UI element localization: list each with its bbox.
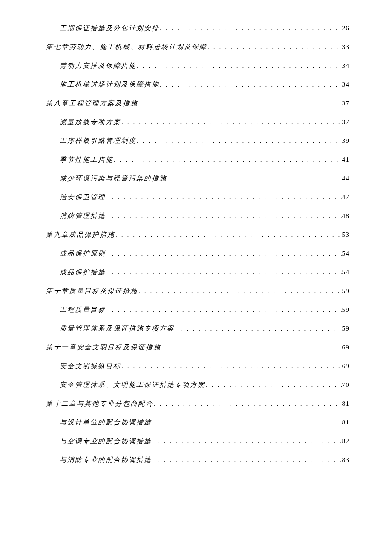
toc-title: 与消防专业的配合协调措施: [60, 456, 152, 463]
toc-leader-dots: . . . . . . . . . . . . . . . . . . . . …: [106, 269, 342, 276]
toc-title: 消防管理措施: [60, 212, 106, 219]
toc-leader-dots: . . . . . . . . . . . . . . . . . . . . …: [121, 119, 342, 125]
toc-title: 工期保证措施及分包计划安排: [60, 25, 159, 32]
toc-leader-dots: . . . . . . . . . . . . . . . . . . . . …: [154, 400, 342, 407]
toc-title: 施工机械进场计划及保障措施: [60, 81, 159, 88]
toc-title: 劳动力安排及保障措施: [60, 62, 136, 69]
toc-title: 与设计单位的配合协调措施: [60, 419, 152, 426]
toc-page-number: 34: [342, 62, 350, 69]
toc-entry: 季节性施工措施. . . . . . . . . . . . . . . . .…: [46, 156, 349, 163]
toc-page-number: 81: [342, 419, 350, 426]
toc-title: 质量管理体系及保证措施专项方案: [60, 325, 175, 332]
toc-entry: 第七章劳动力、施工机械、材料进场计划及保障. . . . . . . . . .…: [46, 44, 349, 50]
toc-page-number: 69: [342, 363, 350, 369]
toc-leader-dots: . . . . . . . . . . . . . . . . . . . . …: [106, 250, 342, 257]
toc-title: 第九章成品保护措施: [46, 231, 115, 238]
toc-leader-dots: . . . . . . . . . . . . . . . . . . . . …: [175, 325, 342, 332]
toc-entry: 工期保证措施及分包计划安排. . . . . . . . . . . . . .…: [46, 25, 349, 32]
toc-page-number: 81: [342, 400, 350, 407]
toc-leader-dots: . . . . . . . . . . . . . . . . . . . . …: [208, 44, 342, 50]
toc-entry: 成品保护措施. . . . . . . . . . . . . . . . . …: [46, 269, 349, 276]
toc-leader-dots: . . . . . . . . . . . . . . . . . . . . …: [167, 175, 342, 182]
table-of-contents: 工期保证措施及分包计划安排. . . . . . . . . . . . . .…: [46, 25, 349, 463]
toc-leader-dots: . . . . . . . . . . . . . . . . . . . . …: [121, 363, 342, 369]
toc-title: 工序样板引路管理制度: [60, 137, 136, 144]
toc-page-number: 33: [342, 44, 350, 50]
toc-leader-dots: . . . . . . . . . . . . . . . . . . . . …: [114, 156, 342, 163]
toc-title: 减少环境污染与噪音污染的措施: [60, 175, 167, 182]
toc-leader-dots: . . . . . . . . . . . . . . . . . . . . …: [138, 288, 342, 294]
toc-page-number: 54: [342, 250, 350, 257]
toc-entry: 工序样板引路管理制度. . . . . . . . . . . . . . . …: [46, 137, 349, 144]
toc-title: 与空调专业的配合协调措施: [60, 438, 152, 445]
toc-page-number: 83: [342, 456, 350, 463]
toc-page-number: 26: [342, 25, 350, 32]
toc-title: 第十一章安全文明目标及保证措施: [46, 344, 161, 351]
toc-page-number: 82: [342, 438, 350, 445]
toc-leader-dots: . . . . . . . . . . . . . . . . . . . . …: [106, 212, 342, 219]
toc-page-number: 70: [342, 381, 350, 388]
toc-entry: 与消防专业的配合协调措施. . . . . . . . . . . . . . …: [46, 456, 349, 463]
toc-leader-dots: . . . . . . . . . . . . . . . . . . . . …: [160, 81, 342, 88]
toc-entry: 质量管理体系及保证措施专项方案. . . . . . . . . . . . .…: [46, 325, 349, 332]
toc-leader-dots: . . . . . . . . . . . . . . . . . . . . …: [152, 456, 342, 463]
toc-title: 第十二章与其他专业分包商配合: [46, 400, 153, 407]
toc-entry: 第十一章安全文明目标及保证措施. . . . . . . . . . . . .…: [46, 344, 349, 351]
toc-page-number: 34: [342, 81, 350, 88]
toc-title: 测量放线专项方案: [60, 119, 121, 125]
toc-title: 第七章劳动力、施工机械、材料进场计划及保障: [46, 44, 207, 50]
toc-leader-dots: . . . . . . . . . . . . . . . . . . . . …: [206, 381, 342, 388]
toc-leader-dots: . . . . . . . . . . . . . . . . . . . . …: [161, 344, 342, 351]
toc-title: 第八章工程管理方案及措施: [46, 100, 138, 107]
toc-title: 安全管理体系、文明施工保证措施专项方案: [60, 381, 205, 388]
toc-page-number: 59: [342, 288, 350, 294]
toc-page-number: 59: [342, 306, 350, 313]
toc-entry: 测量放线专项方案. . . . . . . . . . . . . . . . …: [46, 119, 349, 125]
toc-entry: 施工机械进场计划及保障措施. . . . . . . . . . . . . .…: [46, 81, 349, 88]
toc-leader-dots: . . . . . . . . . . . . . . . . . . . . …: [137, 137, 342, 144]
toc-page-number: 69: [342, 344, 350, 351]
toc-entry: 减少环境污染与噪音污染的措施. . . . . . . . . . . . . …: [46, 175, 349, 182]
toc-leader-dots: . . . . . . . . . . . . . . . . . . . . …: [137, 62, 342, 69]
toc-entry: 第十二章与其他专业分包商配合. . . . . . . . . . . . . …: [46, 400, 349, 407]
toc-entry: 与空调专业的配合协调措施. . . . . . . . . . . . . . …: [46, 438, 349, 445]
toc-title: 安全文明操纵目标: [60, 363, 121, 369]
toc-title: 治安保卫管理: [60, 194, 106, 200]
toc-page-number: 48: [342, 212, 350, 219]
toc-leader-dots: . . . . . . . . . . . . . . . . . . . . …: [106, 194, 342, 200]
toc-entry: 成品保护原则. . . . . . . . . . . . . . . . . …: [46, 250, 349, 257]
toc-title: 第十章质量目标及保证措施: [46, 288, 138, 294]
toc-title: 成品保护原则: [60, 250, 106, 257]
toc-leader-dots: . . . . . . . . . . . . . . . . . . . . …: [152, 419, 342, 426]
toc-entry: 第八章工程管理方案及措施. . . . . . . . . . . . . . …: [46, 100, 349, 107]
toc-entry: 治安保卫管理. . . . . . . . . . . . . . . . . …: [46, 194, 349, 200]
toc-title: 成品保护措施: [60, 269, 106, 276]
toc-entry: 第九章成品保护措施. . . . . . . . . . . . . . . .…: [46, 231, 349, 238]
toc-page-number: 47: [342, 194, 350, 200]
toc-title: 工程质量目标: [60, 306, 106, 313]
toc-entry: 工程质量目标. . . . . . . . . . . . . . . . . …: [46, 306, 349, 313]
toc-title: 季节性施工措施: [60, 156, 113, 163]
toc-entry: 安全管理体系、文明施工保证措施专项方案. . . . . . . . . . .…: [46, 381, 349, 388]
toc-page-number: 53: [342, 231, 350, 238]
toc-page-number: 37: [342, 100, 350, 107]
toc-page-number: 37: [342, 119, 350, 125]
toc-entry: 消防管理措施. . . . . . . . . . . . . . . . . …: [46, 212, 349, 219]
toc-leader-dots: . . . . . . . . . . . . . . . . . . . . …: [106, 306, 342, 313]
toc-leader-dots: . . . . . . . . . . . . . . . . . . . . …: [152, 438, 342, 445]
toc-entry: 第十章质量目标及保证措施. . . . . . . . . . . . . . …: [46, 288, 349, 294]
toc-leader-dots: . . . . . . . . . . . . . . . . . . . . …: [115, 231, 342, 238]
toc-page-number: 44: [342, 175, 350, 182]
toc-leader-dots: . . . . . . . . . . . . . . . . . . . . …: [160, 25, 342, 32]
toc-entry: 与设计单位的配合协调措施. . . . . . . . . . . . . . …: [46, 419, 349, 426]
toc-entry: 劳动力安排及保障措施. . . . . . . . . . . . . . . …: [46, 62, 349, 69]
toc-entry: 安全文明操纵目标. . . . . . . . . . . . . . . . …: [46, 363, 349, 369]
toc-page-number: 41: [342, 156, 350, 163]
toc-page-number: 39: [342, 137, 350, 144]
toc-leader-dots: . . . . . . . . . . . . . . . . . . . . …: [138, 100, 342, 107]
toc-page-number: 54: [342, 269, 350, 276]
toc-page-number: 59: [342, 325, 350, 332]
